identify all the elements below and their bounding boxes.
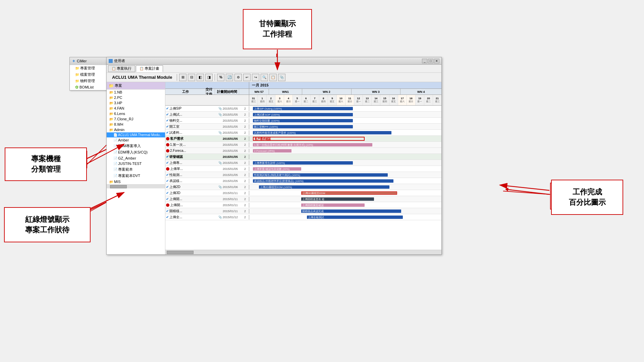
gantt-bar-area-trial: 試產料件能否達成客戶需求 (100%) <box>249 130 441 135</box>
gantt-row-speed[interactable]: ✔ 上傳開... 2015/01/11 2 上傳開模速度表 箱 <box>165 196 441 202</box>
tree-scroll-thumb[interactable] <box>110 185 127 188</box>
main-content: 📁 專案 📂1.NB 📂2.PC 📂3.HP 📂4.FAN 📂6.Lens 📂7… <box>107 82 441 254</box>
task-num-forecast: 2 <box>244 149 248 153</box>
day-16: 16週五 <box>389 95 398 105</box>
gantt-row-mold-confirm[interactable]: 上傳開... 2015/01/11 2 上傳開模圖面確認 <box>165 202 441 208</box>
gantt-row-sip[interactable]: ✔ 上傳SIP 📎 2015/01/05 2 上傳SIP-Outing (100… <box>165 106 441 112</box>
annotation-traffic-text-inner: 紅綠燈號顯示專案工作狀待 <box>25 215 69 235</box>
task-date-customer: 2015/01/05 <box>223 137 244 140</box>
project-name: ACLU1 UMA Thermal Module <box>109 75 175 80</box>
main-window: 使用者 _ □ ✕ 📋 專案執行 📋 專案計畫 ACLU1 UMA Therma… <box>106 57 442 255</box>
attach-icon-2d: 📎 <box>218 185 222 189</box>
gantt-row-mold-sample[interactable]: ✔ 開模樣... 2015/01/11 2 開模樣品承認完成 <box>165 208 441 214</box>
day-10: 10週六 <box>337 95 345 105</box>
day-11: 11週日 <box>345 95 354 105</box>
toolbar-btn-10[interactable]: 📋 <box>269 74 277 81</box>
gantt-row-full[interactable]: ✔ 上傳全... 📎 2015/01/12 2 上傳全檢測試 <box>165 214 441 220</box>
minimize-button[interactable]: _ <box>422 59 427 63</box>
tree-item-template-dvt[interactable]: 📄專案範本DVT <box>107 173 165 179</box>
tab-execution[interactable]: 📋 專案執行 <box>108 65 135 72</box>
task-date-approve: 2015/01/05 <box>223 179 244 183</box>
tree-item-template-dvt-label: 專案範本DVT <box>118 173 140 178</box>
gantt-row-rd[interactable]: ✔ 研發確認 2015/01/05 2 <box>165 154 441 160</box>
status-icon-concept: ✔ <box>166 161 169 165</box>
tree-item-admin[interactable]: 📂Admin <box>107 127 165 132</box>
task-name-forecast: 2.Foreca... <box>170 149 222 153</box>
gantt-row-2d[interactable]: ✔ 上傳2D 📎 2015/01/06 2 上傳2D圖檔至EDM (100%) <box>165 184 441 190</box>
tree-item-amber[interactable]: 📄Amber <box>107 137 165 143</box>
tree-item-fan[interactable]: 📂4.FAN <box>107 106 165 111</box>
week-wn4: WN 4 <box>400 89 441 95</box>
sidebar-root-label: CiMer <box>77 59 87 63</box>
status-icon-material: ✔ <box>166 119 169 122</box>
tree-item-pc[interactable]: 📂2.PC <box>107 95 165 100</box>
tab-bar: 📋 專案執行 📋 專案計畫 <box>107 65 441 73</box>
toolbar-btn-pct[interactable]: % <box>217 74 224 81</box>
day-12: 12週一 <box>354 95 363 105</box>
toolbar-btn-2[interactable]: ⊟ <box>188 74 195 81</box>
gantt-month-label: 一月 2015 <box>249 83 441 88</box>
gantt-bar-start: 開工室轉PR (100%) <box>253 125 353 128</box>
tree-item-aclu1[interactable]: 📄ACLU1 UMA Thermal Modu... <box>107 132 165 137</box>
annotation-complete-text-inner: 工作完成百分比圖示 <box>569 187 606 208</box>
gantt-bar-2d: 上傳2D圖檔至EDM (100%) <box>259 185 390 189</box>
gantt-hscroll-thumb[interactable] <box>167 251 194 254</box>
tree-item-fan-label: 4.FAN <box>114 106 124 110</box>
gantt-row-concept[interactable]: ✔ 上傳專... 📎 2015/01/05 2 上傳專案理念說明 (100%) <box>165 160 441 166</box>
gantt-bar-area-customer: 客戶需求確認 <box>249 136 441 141</box>
tree-item-justin-label: JUSTIN-TEST <box>118 162 142 166</box>
gantt-row-forecast[interactable]: 2.Foreca... 2015/01/05 2 2.Forecast (25%… <box>165 148 441 154</box>
gantt-row-customer[interactable]: 客戶需求 2015/01/05 2 客戶需求確認 <box>165 136 441 142</box>
gantt-bar-area-start: 開工室轉PR (100%) <box>249 124 441 129</box>
gantt-row-approve[interactable]: ✔ 承認樣... 2015/01/05 2 承認樣品/外觀標準界定(密度樣品) … <box>165 178 441 184</box>
tree-item-hp[interactable]: 📂3.HP <box>107 100 165 106</box>
tree-item-clone[interactable]: 📂7.Clone_RJ <box>107 116 165 122</box>
toolbar-btn-11[interactable]: 📎 <box>278 74 285 81</box>
gantt-row-perf[interactable]: ✔ 性能測... 2015/01/05 2 性能測試報告(熱阻及硬力測試) (1… <box>165 172 441 178</box>
toolbar-btn-6[interactable]: ⚙ <box>234 74 242 81</box>
tree-item-mis[interactable]: 📂MIS <box>107 179 165 184</box>
tree-item-edm1[interactable]: 📄EDM專案導入 <box>107 143 165 149</box>
tree-item-wh[interactable]: 📂8.WH <box>107 122 165 127</box>
task-name-sop: 上傳試... <box>169 112 218 117</box>
toolbar-btn-3[interactable]: ◧ <box>197 74 204 81</box>
tree-item-lens-label: 6.Lens <box>114 112 125 116</box>
annotation-classify-text-inner: 專案機種分類管理 <box>31 154 61 175</box>
tree-item-edm2[interactable]: 📄EDM導入(KS/CQ) <box>107 149 165 156</box>
tree-item-lens[interactable]: 📂6.Lens <box>107 111 165 116</box>
tree-item-template[interactable]: 📄專案範本 <box>107 166 165 173</box>
toolbar-btn-9[interactable]: 🔍 <box>261 74 268 81</box>
gantt-bar-area-approve: 承認樣品/外觀標準界定(密度樣品) (100%) <box>249 178 441 184</box>
gantt-row-sop[interactable]: ✔ 上傳試... 📎 2015/01/05 2 上傳試產SOP (100%) <box>165 112 441 118</box>
close-button[interactable]: ✕ <box>434 59 439 63</box>
gantt-row-start[interactable]: ✔ 開工室 2015/01/05 2 開工室轉PR (100%) <box>165 124 441 130</box>
gantt-bar-area-weight: 上傳單重/確認包裝箱數 (20%) <box>249 166 441 172</box>
gantt-bar-material: 物料交期回覆 (100%) <box>253 119 353 122</box>
gantt-bar-area-concept: 上傳專案理念說明 (100%) <box>249 160 441 166</box>
toolbar-btn-5[interactable]: 🔄 <box>226 74 233 81</box>
toolbar-btn-7[interactable]: ↩ <box>243 74 251 81</box>
gantt-hscrollbar[interactable] <box>165 250 441 254</box>
status-icon-mold-confirm <box>166 203 169 207</box>
task-date-speed: 2015/01/11 <box>223 197 244 201</box>
task-name-perf: 性能測... <box>169 173 222 177</box>
maximize-button[interactable]: □ <box>428 59 433 63</box>
gantt-row-first[interactable]: 1.第一次... 2015/01/05 2 1.第一次樣品需求日程(時間 數量 … <box>165 142 441 148</box>
task-num-weight: 2 <box>244 167 248 171</box>
tree-item-justin[interactable]: 📄JUSTIN-TEST <box>107 161 165 166</box>
tree-item-gz[interactable]: 📄GZ_Amber <box>107 156 165 161</box>
toolbar-btn-8[interactable]: ↪ <box>252 74 259 81</box>
gantt-row-weight[interactable]: 上傳單... 2015/01/05 2 上傳單重/確認包裝箱數 (20%) <box>165 166 441 172</box>
gantt-row-material[interactable]: ✔ 物料交... 2015/01/05 2 物料交期回覆 (100%) <box>165 118 441 124</box>
tab-plan[interactable]: 📋 專案計畫 <box>136 65 163 72</box>
window-title: 使用者 <box>114 58 125 63</box>
tree-item-nb[interactable]: 📂1.NB <box>107 89 165 95</box>
task-name-approve: 承認樣... <box>169 179 222 183</box>
gantt-row-trial[interactable]: ✔ 試產料... 📎 2015/01/05 2 試產料件能否達成客戶需求 (10… <box>165 130 441 136</box>
task-name-mold-confirm: 上傳開... <box>170 203 222 207</box>
gantt-row-3d[interactable]: ✔ 上傳3D 2015/01/11 2 上傳3D圖檔至EDM <box>165 190 441 196</box>
toolbar-btn-1[interactable]: ⊞ <box>179 74 186 81</box>
tree-scrollbar[interactable] <box>107 184 165 188</box>
toolbar-btn-4[interactable]: ◨ <box>205 74 213 81</box>
status-icon-forecast <box>166 149 169 153</box>
